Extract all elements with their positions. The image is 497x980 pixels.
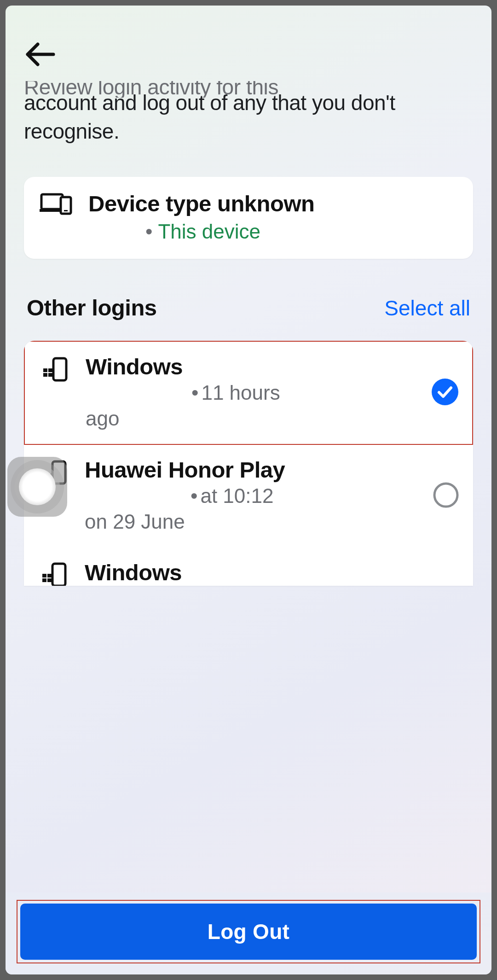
empty-circle-icon bbox=[433, 482, 459, 508]
current-device-title: Device type unknown bbox=[88, 191, 315, 216]
devices-icon bbox=[40, 191, 73, 217]
select-all-link[interactable]: Select all bbox=[384, 296, 470, 321]
windows-device-icon bbox=[40, 561, 68, 586]
arrow-left-icon bbox=[24, 41, 56, 67]
screen: Review login activity for this account a… bbox=[6, 6, 491, 974]
assistive-touch-icon bbox=[19, 468, 56, 505]
footer: Log Out bbox=[6, 892, 491, 974]
login-item-title: Huawei Honor Play bbox=[85, 457, 419, 483]
back-button[interactable] bbox=[24, 41, 56, 67]
logout-highlight-frame: Log Out bbox=[17, 900, 480, 963]
content-area: Review login activity for this account a… bbox=[6, 6, 491, 892]
svg-rect-19 bbox=[42, 578, 46, 582]
svg-rect-20 bbox=[47, 578, 52, 582]
login-item-windows[interactable]: Windows •11 hours ago bbox=[24, 341, 473, 445]
windows-device-icon bbox=[41, 356, 69, 383]
bullet-icon: • bbox=[145, 222, 152, 242]
intro-text: account and log out of any that you don'… bbox=[24, 88, 473, 146]
svg-rect-17 bbox=[42, 574, 46, 578]
this-device-badge: This device bbox=[158, 220, 260, 243]
assistive-touch-button[interactable] bbox=[7, 457, 67, 517]
current-device-card[interactable]: Device type unknown • This device bbox=[24, 177, 473, 259]
selection-checkbox[interactable] bbox=[433, 482, 459, 508]
login-item-meta: at 10:12 bbox=[200, 484, 273, 507]
svg-rect-3 bbox=[64, 210, 68, 211]
login-item-meta-line2: on 29 June bbox=[85, 510, 419, 533]
login-item-meta: 11 hours bbox=[201, 381, 280, 404]
svg-rect-8 bbox=[48, 373, 52, 377]
svg-rect-0 bbox=[41, 194, 63, 209]
svg-rect-18 bbox=[47, 574, 52, 578]
svg-rect-7 bbox=[43, 373, 47, 377]
login-item-title: Windows bbox=[86, 354, 418, 379]
svg-rect-4 bbox=[53, 358, 66, 380]
svg-point-9 bbox=[432, 379, 458, 405]
login-item-windows-2[interactable]: Windows bbox=[24, 547, 473, 586]
svg-rect-16 bbox=[52, 564, 65, 586]
login-item-meta-line2: ago bbox=[86, 407, 418, 430]
svg-rect-5 bbox=[43, 368, 47, 372]
other-logins-list: Windows •11 hours ago bbox=[24, 341, 473, 586]
logout-button[interactable]: Log Out bbox=[20, 904, 477, 960]
check-circle-icon bbox=[432, 379, 458, 405]
svg-point-15 bbox=[434, 484, 457, 507]
login-item-title: Windows bbox=[85, 560, 459, 585]
other-logins-heading: Other logins bbox=[27, 295, 157, 321]
login-item-huawei[interactable]: Huawei Honor Play •at 10:12 on 29 June bbox=[24, 445, 473, 547]
svg-rect-6 bbox=[48, 368, 52, 372]
selection-checkbox[interactable] bbox=[432, 379, 458, 405]
